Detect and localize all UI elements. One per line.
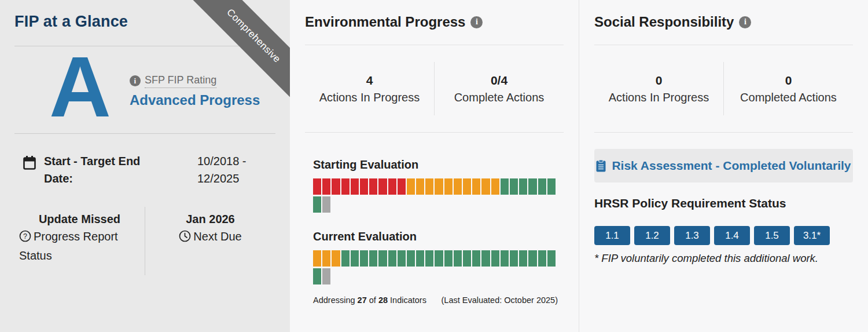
sfp-fip-rating-link[interactable]: SFP FIP Rating [145, 74, 216, 88]
indicator-segment-red [322, 178, 330, 195]
fip-rating-grade: A [49, 53, 111, 121]
stat-label: Actions In Progress [305, 91, 434, 104]
indicator-segment-orange [332, 250, 340, 267]
indicator-segment-green [538, 250, 546, 267]
current-evaluation-label: Current Evaluation [313, 230, 558, 243]
policy-button-1.4[interactable]: 1.4 [714, 226, 750, 245]
indicator-segment-green [472, 250, 480, 267]
completed-actions-stat: 0 Completed Actions [724, 74, 853, 104]
indicator-segment-orange [472, 178, 480, 195]
indicator-segment-green [519, 250, 527, 267]
next-due-label: Next Due [150, 228, 271, 247]
indicator-segment-orange [481, 178, 490, 195]
indicator-segment-green [528, 178, 536, 195]
fip-at-a-glance-panel: FIP at a Glance Comprehensive A i SFP FI… [0, 0, 290, 332]
progress-report-status-label: ? Progress Report Status [19, 228, 140, 264]
indicator-segment-gray [322, 268, 330, 284]
indicator-segment-green [360, 250, 368, 267]
policy-button-1.5[interactable]: 1.5 [754, 226, 790, 245]
question-circle-icon[interactable]: ? [19, 229, 31, 247]
indicator-segment-green [538, 178, 546, 195]
voluntary-footnote: * FIP voluntarily completed this additio… [594, 252, 853, 265]
policy-button-1.3[interactable]: 1.3 [674, 226, 710, 245]
current-evaluation-section: Current Evaluation [313, 230, 558, 284]
indicator-segment-orange [407, 178, 415, 195]
start-end-date-label: Start - Target End Date: [44, 152, 154, 187]
starting-evaluation-section: Starting Evaluation [313, 158, 558, 213]
current-evaluation-bar-row1 [313, 250, 558, 267]
start-end-date-value: 10/2018 - 12/2025 [197, 152, 270, 187]
social-responsibility-title: Social Responsibility [594, 14, 734, 30]
stat-label: Actions In Progress [594, 91, 723, 104]
environmental-progress-title: Environmental Progress [305, 14, 465, 30]
indicator-segment-orange [322, 250, 330, 267]
indicator-segment-green [435, 250, 443, 267]
actions-in-progress-stat: 4 Actions In Progress [305, 74, 434, 104]
indicator-segment-red [332, 178, 340, 195]
policy-button-3.1-star[interactable]: 3.1* [794, 226, 830, 245]
starting-evaluation-bar-row1 [313, 178, 558, 195]
fip-rating-block: A i SFP FIP Rating Advanced Progress [14, 53, 275, 121]
evaluation-footer: Addressing 27 of 28 Indicators (Last Eva… [313, 295, 558, 305]
indicator-segment-green [388, 250, 396, 267]
indicator-segment-red [378, 178, 387, 195]
indicator-segment-green [398, 250, 406, 267]
indicator-segment-orange [463, 178, 471, 195]
indicator-segment-red [398, 178, 406, 195]
indicator-segment-green [444, 250, 453, 267]
stat-value: 4 [305, 74, 434, 87]
next-due-cell: Jan 2026 Next Due [145, 207, 275, 275]
environmental-progress-panel: Environmental Progress i 4 Actions In Pr… [290, 0, 579, 332]
clock-icon [179, 229, 191, 247]
indicator-segment-green [519, 178, 527, 195]
stat-value: 0 [594, 74, 723, 87]
fip-rating-meta: i SFP FIP Rating Advanced Progress [130, 66, 260, 108]
policy-button-1.2[interactable]: 1.2 [634, 226, 670, 245]
indicator-segment-green [378, 250, 387, 267]
policy-buttons: 1.11.21.31.41.53.1* [594, 226, 853, 245]
next-due-value: Jan 2026 [150, 210, 271, 228]
indicator-segment-orange [425, 178, 433, 195]
risk-assessment-text: Risk Assessment - Completed Voluntarily [612, 159, 851, 173]
indicator-segment-green [481, 250, 490, 267]
svg-text:?: ? [23, 232, 27, 240]
last-evaluated-text: (Last Evaluated: October 2025) [441, 295, 558, 305]
social-stats-row: 0 Actions In Progress 0 Completed Action… [594, 45, 853, 132]
hrsr-policy-title: HRSR Policy Requirement Status [594, 196, 853, 210]
starting-evaluation-label: Starting Evaluation [313, 158, 558, 172]
divider [305, 132, 564, 133]
indicator-segment-green [369, 250, 377, 267]
info-icon[interactable]: i [130, 75, 141, 86]
indicator-segment-orange [313, 250, 321, 267]
divider [594, 132, 853, 133]
complete-actions-stat: 0/4 Complete Actions [435, 74, 564, 104]
indicator-segment-green [425, 250, 433, 267]
fip-rating-name: Advanced Progress [130, 92, 260, 108]
starting-evaluation-bar-row2 [313, 196, 558, 213]
indicator-segment-green [547, 178, 556, 195]
indicator-segment-green [501, 178, 509, 195]
indicator-segment-red [341, 178, 350, 195]
stat-label: Completed Actions [724, 91, 853, 104]
stat-value: 0 [724, 74, 853, 87]
indicator-segment-gray [322, 196, 330, 213]
risk-assessment-banner[interactable]: Risk Assessment - Completed Voluntarily [594, 149, 853, 183]
info-icon[interactable]: i [470, 16, 483, 28]
indicator-segment-green [501, 250, 509, 267]
date-row: Start - Target End Date: 10/2018 - 12/20… [14, 152, 275, 187]
calendar-icon [23, 156, 36, 187]
environmental-stats-row: 4 Actions In Progress 0/4 Complete Actio… [305, 45, 564, 132]
indicator-segment-red [313, 178, 321, 195]
indicator-segment-green [528, 250, 536, 267]
indicator-segment-red [369, 178, 377, 195]
indicator-segment-green [454, 250, 462, 267]
indicator-segment-green [351, 250, 359, 267]
indicator-segment-red [360, 178, 368, 195]
indicator-segment-orange [444, 178, 453, 195]
info-icon[interactable]: i [739, 16, 751, 28]
policy-button-1.1[interactable]: 1.1 [594, 226, 630, 245]
indicator-segment-green [510, 250, 518, 267]
fip-dashboard: FIP at a Glance Comprehensive A i SFP FI… [0, 0, 868, 332]
indicator-segment-green [416, 250, 424, 267]
social-responsibility-panel: Social Responsibility i 0 Actions In Pro… [579, 0, 868, 332]
